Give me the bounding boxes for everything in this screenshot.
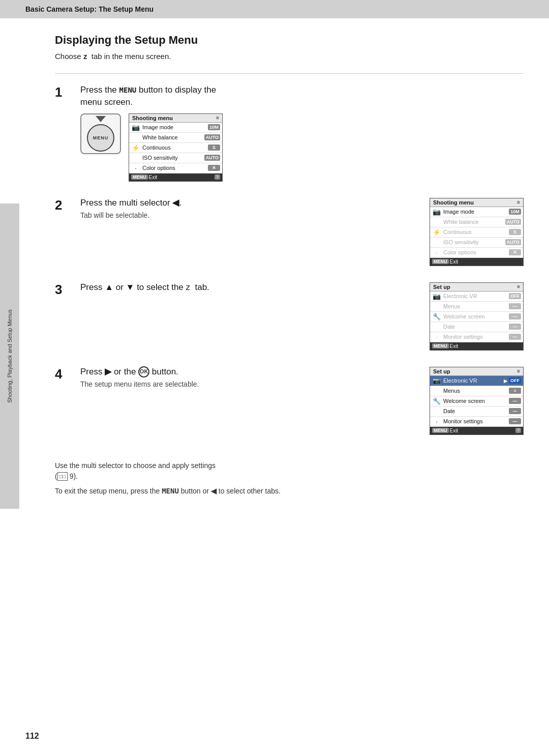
step-3: 3 Press ▲ or ▼ to select the z tab. Set … <box>55 281 524 351</box>
step-1: 1 Press the MENU button to display theme… <box>55 84 524 182</box>
footer-note-1: Use the multi selector to choose and app… <box>55 460 498 482</box>
screen-1-val-3: AUTO <box>204 155 220 161</box>
step-2: 2 Press the multi selector ◀. Tab will b… <box>55 197 524 266</box>
step-2-number: 2 <box>55 198 70 213</box>
page-title: Displaying the Setup Menu <box>55 34 524 47</box>
step-2-title: Press the multi selector ◀. <box>80 197 419 209</box>
step-4-subtitle: The setup menu items are selectable. <box>80 380 419 388</box>
exit-text-4: Exit <box>450 428 459 433</box>
step-4-title: Press ▶ or the OK button. <box>80 366 419 378</box>
step-divider <box>55 73 524 74</box>
screen-2-icon: ≡ <box>517 199 520 205</box>
exit-text-2: Exit <box>450 259 459 265</box>
screen-4-label-3: Date <box>442 408 509 414</box>
screen-3-label-3: Date <box>442 324 509 330</box>
dot-icon-1: · <box>130 164 141 172</box>
dot-icon-3: · <box>431 333 442 341</box>
screen-3-icon: ≡ <box>517 284 520 289</box>
screen-2-title: Shooting menu <box>433 199 474 206</box>
page-number: 112 <box>25 732 39 741</box>
footer-notes: Use the multi selector to choose and app… <box>55 450 524 511</box>
screen-4-row-0: 📷 Electronic VR ▶ OFF <box>430 376 523 386</box>
screen-4-val-1: ≡ <box>509 388 521 394</box>
arrow-down-icon <box>96 116 106 122</box>
screen-3-val-3: — <box>509 324 521 330</box>
book-ref: □□ <box>57 472 68 481</box>
screen-2-row-1: White balance AUTO <box>430 217 523 227</box>
screen-3-exit-bar: MENU Exit <box>430 342 523 350</box>
header-bar: Basic Camera Setup: The Setup Menu <box>0 0 549 18</box>
arrow-right-icon: ▶ <box>504 378 508 384</box>
exit-text-1: Exit <box>149 175 158 180</box>
screen-1-label-4: Color options <box>141 165 208 171</box>
screen-4-icon: ≡ <box>517 368 520 374</box>
step-2-body: Press the multi selector ◀. Tab will be … <box>80 197 419 220</box>
screen-2-row-0: 📷 Image mode 10M <box>430 207 523 217</box>
screen-1-exit-bar: MENU Exit ? <box>129 173 222 181</box>
screen-3: Set up ≡ 📷 Electronic VR OFF Menus — 🔧 W… <box>430 282 524 351</box>
screen-2-label-3: ISO sensitivity <box>442 239 505 245</box>
screen-4-title-bar: Set up ≡ <box>430 367 523 376</box>
screen-1-title-bar: Shooting menu ≡ <box>129 114 222 123</box>
screen-3-row-0: 📷 Electronic VR OFF <box>430 292 523 302</box>
screen-1-label-1: White balance <box>141 134 204 140</box>
screen-4: Set up ≡ 📷 Electronic VR ▶ OFF Menus ≡ 🔧… <box>430 367 524 435</box>
screen-3-row-3: Date — <box>430 322 523 332</box>
step-1-title: Press the MENU button to display themenu… <box>80 84 524 108</box>
camera-icon-4: 📷 <box>431 377 442 385</box>
question-icon: ? <box>215 175 220 180</box>
menu-exit-label-4: MENU <box>432 428 449 433</box>
lightning-icon-2: ⚡ <box>431 228 442 236</box>
screen-2-val-4: ✕ <box>509 249 521 255</box>
screen-1-icon: ≡ <box>216 115 219 121</box>
menu-btn-text: MENU <box>93 135 109 140</box>
step-3-body: Press ▲ or ▼ to select the z tab. <box>80 281 419 296</box>
step-4-number: 4 <box>55 367 70 382</box>
camera-icon-2: 📷 <box>431 208 442 216</box>
screen-3-title-bar: Set up ≡ <box>430 283 523 292</box>
screen-3-val-0: OFF <box>509 293 521 299</box>
screen-3-label-1: Menus <box>442 303 509 309</box>
dot-icon-2: · <box>431 249 442 256</box>
screen-2: Shooting menu ≡ 📷 Image mode 10M White b… <box>430 198 524 266</box>
screen-4-row-4: · Monitor settings — <box>430 417 523 427</box>
screen-3-row-1: Menus — <box>430 302 523 312</box>
ok-circle: OK <box>138 366 149 377</box>
question-icon-2: ? <box>515 428 521 433</box>
step-2-subtitle: Tab will be selectable. <box>80 211 419 219</box>
screen-1-val-4: ✕ <box>208 165 220 171</box>
header-text: Basic Camera Setup: The Setup Menu <box>25 5 154 13</box>
screen-3-label-2: Welcome screen <box>442 313 509 319</box>
menu-exit-label-3: MENU <box>432 343 449 348</box>
lightning-icon: ⚡ <box>130 144 141 152</box>
screen-1-row-0: 📷 Image mode 10M <box>129 123 222 133</box>
screen-4-val-0: OFF <box>509 377 521 384</box>
step-3-number: 3 <box>55 282 70 297</box>
screen-1: Shooting menu ≡ 📷 Image mode 10M White b… <box>129 113 223 182</box>
screen-3-row-2: 🔧 Welcome screen — <box>430 312 523 322</box>
screen-2-title-bar: Shooting menu ≡ <box>430 198 523 207</box>
dot-icon-4: · <box>431 418 442 425</box>
screen-1-row-1: White balance AUTO <box>129 133 222 143</box>
screen-4-label-1: Menus <box>442 388 509 394</box>
screen-2-label-2: Continuous <box>442 229 509 235</box>
step-1-number: 1 <box>55 85 70 100</box>
screen-1-val-0: 10M <box>208 124 220 130</box>
screen-4-val-4: — <box>509 418 521 424</box>
menu-button-illustration: MENU <box>80 113 121 154</box>
screen-2-row-4: · Color options ✕ <box>430 248 523 258</box>
screen-1-row-3: ISO sensitivity AUTO <box>129 153 222 163</box>
screen-2-label-4: Color options <box>442 249 509 255</box>
screen-1-row-2: ⚡ Continuous S <box>129 143 222 153</box>
sidebar: Shooting, Playback and Setup Menus <box>0 203 19 509</box>
screen-3-val-2: — <box>509 313 521 319</box>
screen-4-val-2: — <box>509 398 521 404</box>
screen-4-row-1: Menus ≡ <box>430 386 523 396</box>
screen-1-title: Shooting menu <box>132 115 173 121</box>
screen-4-label-2: Welcome screen <box>442 398 509 404</box>
menu-exit-label-2: MENU <box>432 259 449 264</box>
intro-text: Choose z tab in the menu screen. <box>55 52 524 61</box>
screen-2-label-1: White balance <box>442 219 505 225</box>
footer-note-2: To exit the setup menu, press the MENU b… <box>55 486 498 497</box>
screen-2-row-2: ⚡ Continuous S <box>430 227 523 238</box>
